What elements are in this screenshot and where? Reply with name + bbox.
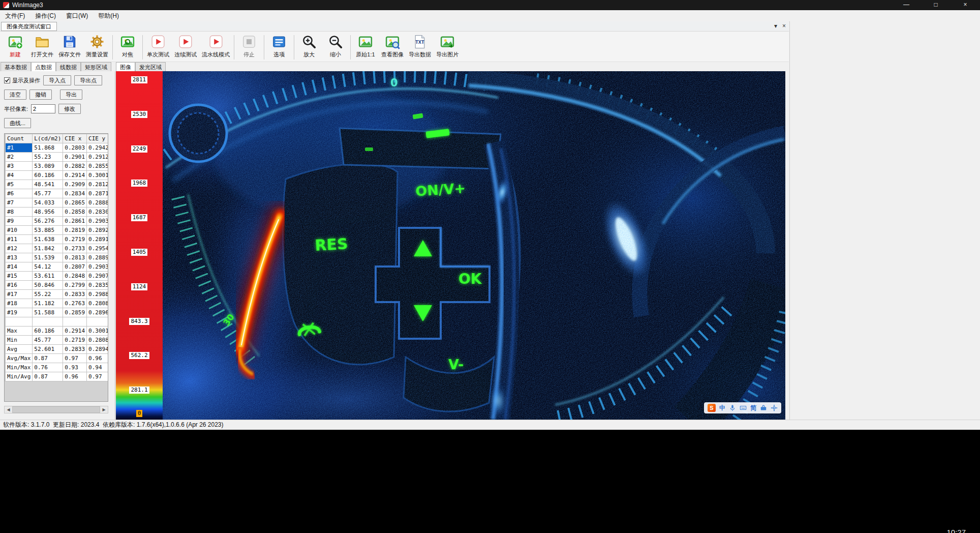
toolbar-button-continuous-test[interactable]: 连续测试 bbox=[172, 33, 199, 60]
toolbar-separator bbox=[142, 35, 143, 60]
original-image-icon bbox=[358, 34, 373, 49]
toolbar-button-save-file[interactable]: 保存文件 bbox=[56, 33, 83, 60]
taskbar-clock: 10:27 bbox=[946, 528, 966, 533]
toolbar-button-original-1-1[interactable]: 原始1:1 bbox=[352, 33, 379, 60]
table-row[interactable]: #1951.5880.28590.2896 bbox=[5, 308, 109, 317]
single-test-play-icon bbox=[150, 34, 166, 49]
table-row[interactable]: #353.0890.28820.2855 bbox=[5, 162, 109, 171]
table-cell: 54.12 bbox=[33, 262, 63, 272]
table-cell: 0.2988 bbox=[87, 290, 108, 299]
table-horizontal-scrollbar[interactable]: ◀ ▶ bbox=[4, 406, 108, 413]
tab-image-brightness-test[interactable]: 图像亮度测试窗口 bbox=[1, 22, 57, 31]
table-row[interactable]: #754.0330.28650.2888 bbox=[5, 198, 109, 208]
table-row[interactable]: #1755.220.28330.2988 bbox=[5, 290, 109, 299]
export-button[interactable]: 导出 bbox=[60, 90, 82, 100]
table-cell: 0.94 bbox=[87, 363, 108, 372]
simplified-chinese-indicator[interactable]: 简 bbox=[750, 404, 756, 412]
tab-line-data[interactable]: 线数据 bbox=[56, 62, 81, 71]
toolbar-button-single-test[interactable]: 单次测试 bbox=[144, 33, 172, 60]
table-summary-row[interactable]: Min45.770.27190.2808 bbox=[5, 336, 109, 345]
colorbar-label: 2530 bbox=[116, 109, 163, 118]
toolbar-button-export-image[interactable]: 导出图片 bbox=[434, 33, 461, 60]
table-cell: 0.2954 bbox=[87, 244, 108, 253]
table-row[interactable]: #1650.8460.27990.2835 bbox=[5, 281, 109, 290]
tab-list-dropdown-icon[interactable]: ▾ bbox=[774, 22, 777, 29]
app-logo-icon bbox=[3, 2, 9, 8]
tab-glow-region[interactable]: 发光区域 bbox=[135, 62, 166, 71]
import-points-button[interactable]: 导入点 bbox=[43, 75, 71, 85]
mic-icon[interactable] bbox=[729, 404, 736, 411]
table-row[interactable]: #848.9560.28580.2830 bbox=[5, 208, 109, 217]
table-row[interactable]: #1351.5390.28130.2889 bbox=[5, 253, 109, 262]
table-summary-row[interactable]: Min/Max0.760.930.94 bbox=[5, 363, 109, 372]
radius-input[interactable] bbox=[31, 104, 55, 113]
toolbar-button-zoom-out[interactable]: 缩小 bbox=[322, 33, 349, 60]
table-cell: 0.76 bbox=[33, 363, 63, 372]
table-row[interactable]: #1151.6380.27190.2891 bbox=[5, 235, 109, 244]
table-summary-row[interactable]: Max60.1860.29140.3001 bbox=[5, 327, 109, 336]
table-cell: 0.2719 bbox=[63, 235, 87, 244]
save-floppy-icon bbox=[62, 34, 77, 49]
scrollbar-thumb[interactable] bbox=[12, 406, 100, 413]
tab-point-data[interactable]: 点数据 bbox=[31, 62, 56, 71]
modify-button[interactable]: 修改 bbox=[58, 104, 81, 114]
toolbar-button-stop[interactable]: 停止 bbox=[236, 33, 262, 60]
toolbar-button-new[interactable]: 新建 bbox=[2, 33, 28, 60]
table-row[interactable]: #1851.1820.27630.2808 bbox=[5, 299, 109, 308]
tab-close-icon[interactable]: × bbox=[782, 22, 786, 29]
curve-button[interactable]: 曲线... bbox=[4, 118, 31, 128]
toolbar-button-options[interactable]: 选项 bbox=[266, 33, 292, 60]
close-button[interactable]: × bbox=[951, 0, 980, 10]
toolbar-button-pipeline-mode[interactable]: 流水线模式 bbox=[199, 33, 232, 60]
scroll-right-arrow-icon[interactable]: ▶ bbox=[100, 406, 108, 413]
table-row[interactable]: #548.5410.29090.2812 bbox=[5, 180, 109, 189]
tab-rect-region[interactable]: 矩形区域 bbox=[81, 62, 111, 71]
sogou-logo-icon[interactable]: S bbox=[708, 404, 716, 412]
table-header-cell: CIE y bbox=[87, 134, 108, 143]
table-row[interactable]: #151.8680.28030.2942 bbox=[5, 143, 109, 153]
ime-settings-gear-icon[interactable] bbox=[771, 404, 778, 411]
table-cell: 0.2799 bbox=[63, 281, 87, 290]
tab-basic-data[interactable]: 基本数据 bbox=[1, 62, 31, 71]
point-data-table[interactable]: CountL(cd/m2)CIE xCIE y #151.8680.28030.… bbox=[4, 133, 108, 402]
export-points-button[interactable]: 导出点 bbox=[74, 75, 102, 85]
keyboard-icon[interactable] bbox=[740, 404, 747, 411]
chinese-mode-indicator[interactable]: 中 bbox=[719, 404, 725, 412]
table-row[interactable]: #255.230.29010.2912 bbox=[5, 153, 109, 162]
show-operate-checkbox[interactable]: 显示及操作 bbox=[4, 77, 40, 84]
toolbar-button-measure-settings[interactable]: 测量设置 bbox=[83, 33, 111, 60]
table-cell: 0.2848 bbox=[63, 272, 87, 281]
table-row[interactable]: #645.770.28340.2871 bbox=[5, 189, 109, 198]
table-row[interactable]: #1454.120.28070.2903 bbox=[5, 262, 109, 272]
table-row[interactable]: #956.2760.28610.2903 bbox=[5, 217, 109, 226]
table-row[interactable]: #1553.6110.28480.2907 bbox=[5, 272, 109, 281]
table-cell: 53.885 bbox=[33, 226, 63, 235]
table-row[interactable]: #1053.8850.28190.2892 bbox=[5, 226, 109, 235]
table-empty-row[interactable] bbox=[5, 317, 109, 327]
toolbar-button-open-file[interactable]: 打开文件 bbox=[28, 33, 56, 60]
table-row[interactable]: #1251.8420.27330.2954 bbox=[5, 244, 109, 253]
table-row[interactable]: #460.1860.29140.3001 bbox=[5, 171, 109, 180]
table-summary-row[interactable]: Min/Avg0.870.960.97 bbox=[5, 372, 109, 381]
minimize-button[interactable]: — bbox=[892, 0, 921, 10]
toolbar-button-label: 导出图片 bbox=[436, 51, 458, 58]
maximize-button[interactable]: □ bbox=[921, 0, 951, 10]
toolbar-button-view-image[interactable]: 查看图像 bbox=[379, 33, 406, 60]
menu-help[interactable]: 帮助(H) bbox=[93, 11, 124, 21]
undo-button[interactable]: 撤销 bbox=[29, 90, 52, 100]
menu-window[interactable]: 窗口(W) bbox=[61, 11, 93, 21]
tab-image[interactable]: 图像 bbox=[116, 62, 135, 71]
image-display-area[interactable]: ON/V+ RES OK V- 0 30 S 中 简 bbox=[163, 71, 785, 420]
menu-operate[interactable]: 操作(C) bbox=[30, 11, 61, 21]
toolbar-button-label: 流水线模式 bbox=[202, 51, 230, 58]
toolbar-button-export-data[interactable]: TXT导出数据 bbox=[406, 33, 434, 60]
toolbar-button-focus[interactable]: 对焦 bbox=[114, 33, 141, 60]
scroll-left-arrow-icon[interactable]: ◀ bbox=[5, 406, 12, 413]
table-summary-row[interactable]: Avg/Max0.870.970.96 bbox=[5, 354, 109, 363]
clear-button[interactable]: 清空 bbox=[4, 90, 26, 100]
menu-file[interactable]: 文件(F) bbox=[0, 11, 30, 21]
table-cell: 0.93 bbox=[63, 363, 87, 372]
table-summary-row[interactable]: Avg52.6010.28330.2894 bbox=[5, 345, 109, 354]
toolbox-icon[interactable] bbox=[760, 404, 767, 411]
toolbar-button-zoom-in[interactable]: 放大 bbox=[296, 33, 322, 60]
